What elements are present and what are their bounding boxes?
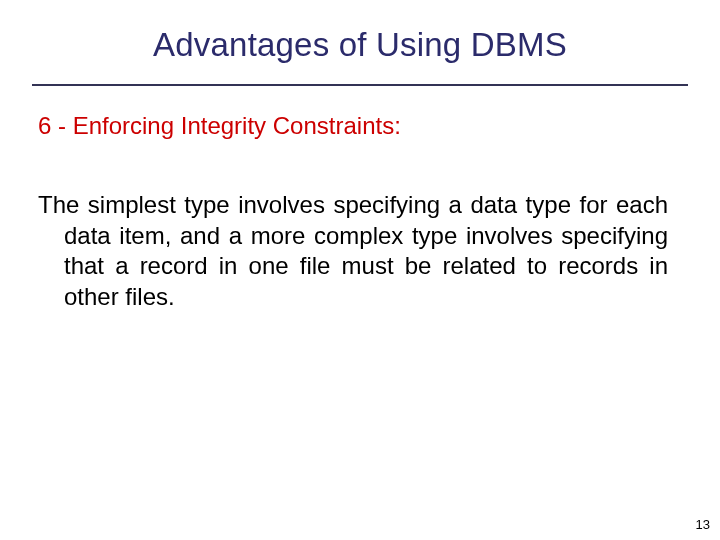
page-number: 13 (696, 517, 710, 532)
slide-title: Advantages of Using DBMS (0, 26, 720, 64)
title-underline (32, 84, 688, 86)
slide: Advantages of Using DBMS 6 - Enforcing I… (0, 0, 720, 540)
section-heading: 6 - Enforcing Integrity Constraints: (38, 112, 401, 140)
body-text: The simplest type involves specifying a … (38, 190, 668, 313)
